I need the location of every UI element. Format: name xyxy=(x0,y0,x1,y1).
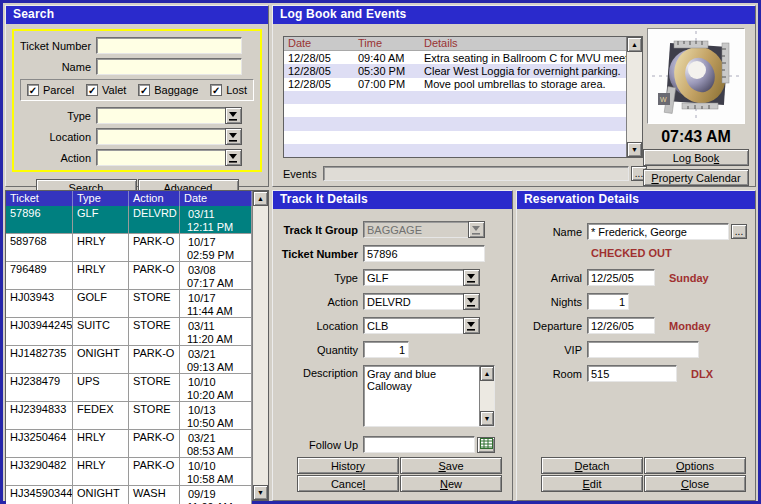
ticket-row[interactable]: HJ34590344ONIGHTWASH09/1911:09 AM xyxy=(6,486,252,504)
ticket-date-cell: 10/1010:20 AM xyxy=(180,374,252,401)
checkbox-icon[interactable]: ✓ xyxy=(27,84,39,96)
reservation-details-panel: Reservation Details Name ... CHECKED OUT… xyxy=(516,190,756,501)
ticket-row[interactable]: 796489HRLYPARK-O03/0807:17 AM xyxy=(6,262,252,290)
ticket-cell: 589768 xyxy=(6,234,73,261)
logbook-row[interactable]: 12/28/0507:00 PMMove pool umbrellas to s… xyxy=(284,78,626,91)
logbook-row[interactable]: 12/28/0509:40 AMExtra seating in Ballroo… xyxy=(284,51,626,64)
ticket-row[interactable]: HJ238479UPSSTORE10/1010:20 AM xyxy=(6,374,252,402)
scroll-down-icon[interactable]: ▼ xyxy=(627,142,642,157)
new-button[interactable]: New xyxy=(400,475,502,492)
checkbox-parcel[interactable]: ✓Parcel xyxy=(27,84,74,96)
logbook-row[interactable] xyxy=(284,144,626,157)
detach-button[interactable]: Detach xyxy=(541,457,643,474)
logbook-column-header[interactable]: Date xyxy=(284,37,354,50)
vip-input[interactable] xyxy=(587,341,699,358)
scroll-down-icon[interactable]: ▼ xyxy=(480,411,494,426)
trackit-follow-up-input[interactable] xyxy=(363,436,475,453)
ticket-column-header[interactable]: Ticket xyxy=(6,191,73,206)
ticket-results-table[interactable]: TicketTypeActionDate 57896GLFDELVRD03/11… xyxy=(5,190,269,501)
trackit-location-combo[interactable] xyxy=(363,317,480,334)
type-dropdown-button[interactable] xyxy=(225,107,242,124)
logbook-row[interactable]: 12/28/0505:30 PMClear West Loggia for ov… xyxy=(284,64,626,77)
action-combo-input[interactable] xyxy=(96,149,225,166)
save-button[interactable]: Save xyxy=(400,457,502,474)
action-dropdown-button[interactable] xyxy=(225,149,242,166)
checkbox-icon[interactable]: ✓ xyxy=(138,84,150,96)
checkbox-lost[interactable]: ✓Lost xyxy=(210,84,247,96)
logbook-table[interactable]: DateTimeDetails 12/28/0509:40 AMExtra se… xyxy=(283,36,643,158)
ticket-column-header[interactable]: Type xyxy=(73,191,129,206)
ticket-number-input[interactable] xyxy=(96,37,242,54)
trackit-action-input[interactable] xyxy=(363,293,463,310)
ticket-row[interactable]: HJ3290482HRLYPARK-O10/1010:58 AM xyxy=(6,458,252,486)
trackit-action-combo[interactable] xyxy=(363,293,480,310)
logbook-column-header[interactable]: Details xyxy=(420,37,626,50)
ticket-time: 08:53 AM xyxy=(184,444,251,457)
trackit-action-dropdown-button[interactable] xyxy=(463,293,480,310)
action-combo[interactable] xyxy=(96,149,242,166)
trackit-type-input[interactable] xyxy=(363,269,463,286)
cancel-button[interactable]: Cancel xyxy=(297,475,399,492)
options-button[interactable]: Options xyxy=(644,457,746,474)
nights-input[interactable] xyxy=(587,293,629,310)
property-calendar-button[interactable]: Property Calendar xyxy=(643,169,749,186)
logbook-row[interactable] xyxy=(284,104,626,117)
checkbox-label: Parcel xyxy=(43,84,74,96)
ticket-time: 12:11 PM xyxy=(184,220,251,233)
edit-button[interactable]: Edit xyxy=(541,475,643,492)
trackit-location-dropdown-button[interactable] xyxy=(463,317,480,334)
ticket-row[interactable]: HJ3250464HRLYPARK-O03/2108:53 AM xyxy=(6,430,252,458)
location-combo-input[interactable] xyxy=(96,128,225,145)
trackit-ticket-number-label: Ticket Number xyxy=(273,248,363,260)
location-combo[interactable] xyxy=(96,128,242,145)
scroll-up-icon[interactable]: ▲ xyxy=(480,366,494,381)
room-input[interactable] xyxy=(587,365,677,382)
trackit-ticket-number-input[interactable] xyxy=(363,245,485,262)
logbook-column-header[interactable]: Time xyxy=(354,37,420,50)
reservation-name-input[interactable] xyxy=(587,223,729,240)
arrival-input[interactable] xyxy=(587,269,655,286)
type-combo[interactable] xyxy=(96,107,242,124)
history-button[interactable]: History xyxy=(297,457,399,474)
name-label: Name xyxy=(20,61,96,73)
logbook-scrollbar[interactable]: ▲ ▼ xyxy=(626,37,642,157)
scroll-down-icon[interactable]: ▼ xyxy=(253,485,268,500)
ticket-row[interactable]: 57896GLFDELVRD03/1112:11 PM xyxy=(6,206,252,234)
nights-label: Nights xyxy=(517,296,587,308)
scroll-up-icon[interactable]: ▲ xyxy=(253,191,268,206)
description-scrollbar[interactable]: ▲ ▼ xyxy=(479,366,494,426)
trackit-type-combo[interactable] xyxy=(363,269,480,286)
departure-input[interactable] xyxy=(587,317,655,334)
name-input[interactable] xyxy=(96,58,242,75)
ticket-row[interactable]: HJ039442456SUITCSTORE03/1111:20 AM xyxy=(6,318,252,346)
trackit-quantity-input[interactable] xyxy=(363,341,409,358)
log-book-button[interactable]: Log Book xyxy=(643,149,749,166)
ticket-column-header[interactable]: Date xyxy=(180,191,252,206)
ticket-column-header[interactable]: Action xyxy=(129,191,180,206)
trackit-location-input[interactable] xyxy=(363,317,463,334)
checkbox-icon[interactable]: ✓ xyxy=(86,84,98,96)
ticket-date: 03/21 xyxy=(184,431,217,444)
ticket-number-label: Ticket Number xyxy=(20,40,96,52)
checkbox-valet[interactable]: ✓Valet xyxy=(86,84,126,96)
checkbox-baggage[interactable]: ✓Baggage xyxy=(138,84,198,96)
logbook-row[interactable] xyxy=(284,131,626,144)
scroll-up-icon[interactable]: ▲ xyxy=(627,37,642,52)
ticket-row[interactable]: HJ03943GOLFSTORE10/1711:44 AM xyxy=(6,290,252,318)
ticket-row[interactable]: HJ1482735ONIGHTPARK-O03/2109:13 AM xyxy=(6,346,252,374)
ticket-table-scrollbar[interactable]: ▲ ▼ xyxy=(252,191,268,500)
ticket-row[interactable]: HJ2394833FEDEXSTORE10/1310:50 AM xyxy=(6,402,252,430)
logbook-row[interactable] xyxy=(284,117,626,130)
close-button[interactable]: Close xyxy=(644,475,746,492)
name-lookup-button[interactable]: ... xyxy=(731,224,747,239)
checkbox-icon[interactable]: ✓ xyxy=(210,84,222,96)
logbook-cell: 12/28/05 xyxy=(284,65,354,77)
location-dropdown-button[interactable] xyxy=(225,128,242,145)
trackit-description-textarea[interactable]: Gray and blue Calloway ▲ ▼ xyxy=(363,365,495,427)
follow-up-calendar-button[interactable] xyxy=(477,437,495,453)
trackit-type-dropdown-button[interactable] xyxy=(463,269,480,286)
logbook-row[interactable] xyxy=(284,91,626,104)
type-combo-input[interactable] xyxy=(96,107,225,124)
events-field[interactable] xyxy=(323,166,629,181)
ticket-row[interactable]: 589768HRLYPARK-O10/1702:59 PM xyxy=(6,234,252,262)
